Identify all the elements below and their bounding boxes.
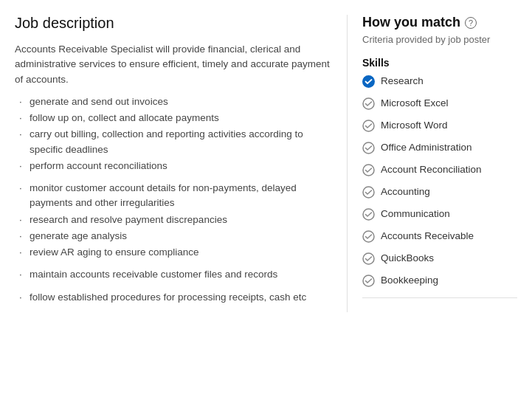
bullet-list-group3: maintain accounts receivable customer fi… [15, 267, 332, 282]
bullet-item: generate age analysis [15, 229, 332, 244]
skill-name-text: QuickBooks [381, 252, 434, 266]
skill-icon-outline [362, 252, 375, 268]
skill-name-text: Research [381, 75, 424, 89]
svg-point-5 [363, 187, 374, 198]
skill-icon-outline [362, 230, 375, 246]
bullet-list-group4: follow established procedures for proces… [15, 290, 332, 305]
skill-icon-outline [362, 120, 375, 135]
svg-point-2 [363, 120, 374, 131]
svg-point-8 [363, 253, 374, 264]
job-description-title: Job description [15, 15, 332, 32]
skill-icon-outline [362, 186, 375, 201]
skill-item: Accounts Receivable [362, 230, 517, 246]
bullet-item: follow established procedures for proces… [15, 290, 332, 305]
skill-name-text: Accounting [381, 185, 430, 199]
job-description-panel: Job description Accounts Receivable Spec… [15, 15, 348, 312]
skill-name-text: Communication [381, 207, 450, 221]
skill-icon-filled [362, 75, 375, 91]
skill-item: QuickBooks [362, 252, 517, 268]
bullet-list-group2: monitor customer account details for non… [15, 181, 332, 260]
info-icon[interactable]: ? [465, 17, 477, 29]
skill-item: Communication [362, 207, 517, 224]
skill-name-text: Bookkeeping [381, 274, 438, 288]
skill-item: Bookkeeping [362, 274, 517, 290]
skill-name-text: Microsoft Excel [381, 97, 449, 111]
how-you-match-header: How you match ? [362, 15, 517, 30]
bullet-item: maintain accounts receivable customer fi… [15, 267, 332, 282]
bullet-item: monitor customer account details for non… [15, 181, 332, 211]
bullet-item: perform account reconciliations [15, 159, 332, 173]
criteria-text: Criteria provided by job poster [362, 33, 517, 46]
svg-point-1 [363, 98, 374, 109]
bullet-item: follow up on, collect and allocate payme… [15, 111, 332, 125]
bullet-item: generate and send out invoices [15, 94, 332, 109]
skill-name-text: Microsoft Word [381, 119, 448, 133]
skill-icon-outline [362, 208, 375, 224]
svg-point-7 [363, 231, 374, 242]
bullet-list-group1: generate and send out invoicesfollow up … [15, 94, 332, 173]
svg-point-6 [363, 209, 374, 220]
skill-icon-outline [362, 97, 375, 113]
skill-item: Office Administration [362, 141, 517, 157]
skill-icon-outline [362, 164, 375, 179]
skill-icon-outline [362, 275, 375, 290]
skill-icon-outline [362, 142, 375, 157]
svg-point-9 [363, 275, 374, 286]
svg-point-3 [363, 142, 374, 154]
skill-item: Account Reconciliation [362, 163, 517, 179]
skill-item: Research [362, 75, 517, 91]
skill-name-text: Account Reconciliation [381, 163, 482, 177]
skill-name-text: Office Administration [381, 141, 472, 155]
how-you-match-panel: How you match ? Criteria provided by job… [362, 15, 517, 312]
skill-item: Microsoft Word [362, 119, 517, 135]
skill-item: Accounting [362, 185, 517, 201]
bullet-item: research and resolve payment discrepanci… [15, 213, 332, 227]
skill-item: Microsoft Excel [362, 97, 517, 113]
skills-label: Skills [362, 57, 517, 69]
svg-point-4 [363, 165, 374, 176]
bullet-item: review AR aging to ensure compliance [15, 245, 332, 260]
how-you-match-title-text: How you match [362, 15, 460, 30]
skill-name-text: Accounts Receivable [381, 230, 474, 244]
skills-list: Research Microsoft Excel Microsoft Word … [362, 75, 517, 290]
bullet-item: carry out billing, collection and report… [15, 127, 332, 157]
job-intro-text: Accounts Receivable Specialist will prov… [15, 42, 332, 87]
bottom-divider [362, 297, 517, 298]
